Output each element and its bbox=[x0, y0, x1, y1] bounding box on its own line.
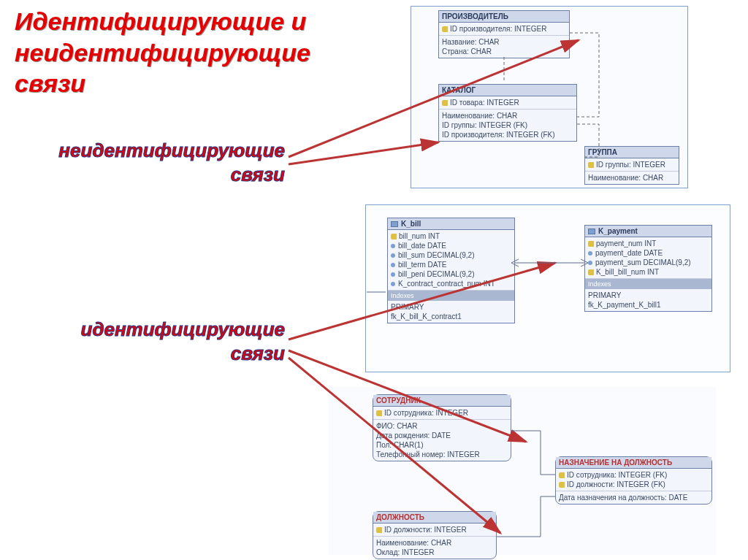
column-icon bbox=[588, 251, 592, 256]
attr-field: Наименование: CHAR bbox=[442, 111, 573, 120]
key-icon bbox=[376, 527, 382, 533]
entity-header: K_bill bbox=[388, 218, 514, 230]
table-icon bbox=[588, 229, 595, 234]
attr-field: ID производителя: INTEGER (FK) bbox=[442, 130, 573, 139]
index-row: PRIMARY bbox=[588, 291, 709, 300]
index-row: fk_K_bill_K_contract1 bbox=[391, 312, 511, 321]
attr-field: Пол: CHAR(1) bbox=[376, 440, 508, 450]
slide-title: Идентифицирующие и неидентифицирующие св… bbox=[15, 6, 336, 99]
entity-employee: СОТРУДНИК ID сотрудника: INTEGER ФИО: CH… bbox=[373, 394, 511, 461]
column-icon bbox=[391, 263, 395, 267]
entity-catalog: КАТАЛОГ ID товара: INTEGER Наименование:… bbox=[438, 84, 577, 142]
entity-header: K_payment bbox=[585, 226, 711, 237]
col: bill_peni DECIMAL(9,2) bbox=[398, 270, 475, 278]
attr-field: Дата рождения: DATE bbox=[376, 431, 508, 440]
column-icon bbox=[391, 282, 395, 286]
attr-field: ФИО: CHAR bbox=[376, 421, 508, 431]
attr-field: ID группы: INTEGER (FK) bbox=[442, 120, 573, 130]
col: payment_sum DECIMAL(9,2) bbox=[595, 258, 691, 266]
entity-header: ГРУППА bbox=[585, 147, 679, 158]
key-icon bbox=[588, 269, 594, 275]
column-icon bbox=[391, 253, 395, 258]
key-icon bbox=[391, 234, 397, 239]
col: bill_sum DECIMAL(9,2) bbox=[398, 251, 474, 259]
key-icon bbox=[442, 100, 448, 106]
attr-field: Телефонный номер: INTEGER bbox=[376, 450, 508, 459]
attr-field: Название: CHAR bbox=[442, 37, 566, 47]
key-icon bbox=[559, 472, 565, 478]
indexes-header: Indexes bbox=[388, 291, 514, 301]
pk-field: ID группы: INTEGER bbox=[596, 161, 665, 169]
attr-field: Наименование: CHAR bbox=[588, 173, 676, 183]
table-icon bbox=[391, 221, 398, 227]
pk-field: ID должности: INTEGER bbox=[384, 526, 467, 534]
column-icon bbox=[391, 244, 395, 248]
entity-header: ПРОИЗВОДИТЕЛЬ bbox=[439, 11, 569, 23]
key-icon bbox=[559, 482, 565, 488]
attr-field: Оклад: INTEGER bbox=[376, 548, 493, 557]
col: payment_num INT bbox=[596, 239, 656, 248]
pk-field: ID товара: INTEGER bbox=[450, 99, 519, 107]
key-icon bbox=[588, 162, 594, 168]
entity-header: КАТАЛОГ bbox=[439, 85, 576, 96]
key-icon bbox=[376, 410, 382, 416]
attr-field: Страна: CHAR bbox=[442, 47, 566, 56]
entity-kbill: K_bill bill_num INT bill_date DATE bill_… bbox=[387, 218, 515, 323]
entity-header: ДОЛЖНОСТЬ bbox=[373, 512, 496, 523]
pk-field: ID должности: INTEGER (FK) bbox=[567, 480, 665, 488]
col: bill_date DATE bbox=[398, 242, 446, 250]
entity-header: СОТРУДНИК bbox=[373, 395, 511, 407]
index-row: PRIMARY bbox=[391, 302, 511, 312]
pk-field: ID сотрудника: INTEGER bbox=[384, 409, 468, 417]
entity-header: НАЗНАЧЕНИЕ НА ДОЛЖНОСТЬ bbox=[556, 457, 711, 469]
entity-group: ГРУППА ID группы: INTEGER Наименование: … bbox=[584, 146, 679, 185]
col: K_bill_bill_num INT bbox=[596, 268, 659, 276]
subtitle-nonidentifying: неидентифицирующие связи bbox=[44, 139, 285, 186]
entity-position: ДОЛЖНОСТЬ ID должности: INTEGER Наименов… bbox=[373, 511, 497, 559]
col: bill_term DATE bbox=[398, 261, 447, 269]
subtitle-identifying: идентифицирующие связи bbox=[44, 318, 285, 365]
indexes-header: Indexes bbox=[585, 279, 711, 289]
index-row: fk_K_payment_K_bill1 bbox=[588, 300, 709, 310]
pk-field: ID производителя: INTEGER bbox=[450, 25, 546, 33]
col: payment_date DATE bbox=[595, 249, 663, 257]
attr-field: Наименование: CHAR bbox=[376, 538, 493, 548]
key-icon bbox=[442, 26, 448, 32]
entity-assignment: НАЗНАЧЕНИЕ НА ДОЛЖНОСТЬ ID сотрудника: I… bbox=[555, 456, 712, 505]
pk-field: ID сотрудника: INTEGER (FK) bbox=[567, 471, 667, 479]
col: bill_num INT bbox=[399, 232, 440, 240]
column-icon bbox=[588, 261, 592, 265]
column-icon bbox=[391, 272, 395, 277]
entity-kpayment: K_payment payment_num INT payment_date D… bbox=[584, 225, 712, 312]
attr-field: Дата назначения на должность: DATE bbox=[559, 493, 709, 502]
key-icon bbox=[588, 241, 594, 247]
col: K_contract_contract_num INT bbox=[398, 280, 495, 288]
entity-producer: ПРОИЗВОДИТЕЛЬ ID производителя: INTEGER … bbox=[438, 10, 570, 58]
